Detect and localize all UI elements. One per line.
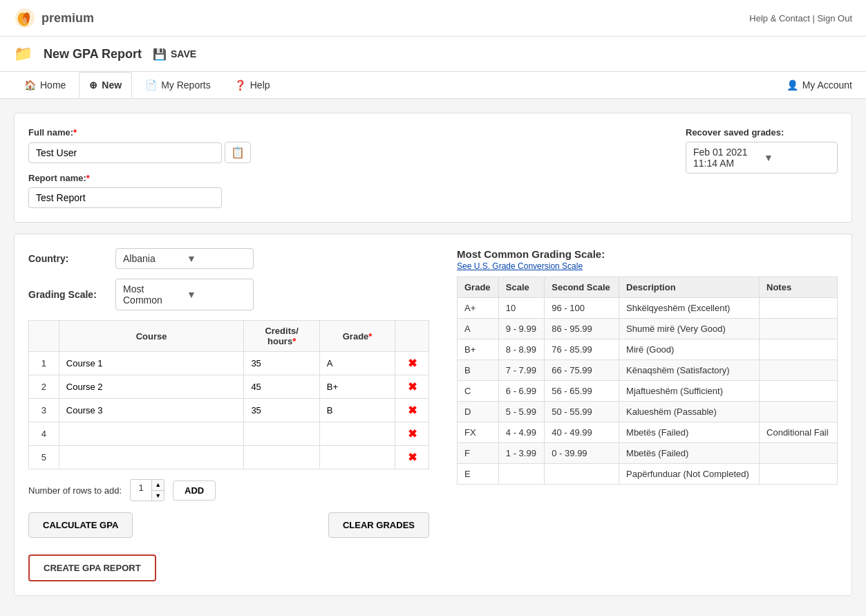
scale-scale: 1 - 3.99: [498, 443, 544, 464]
nav-item-new[interactable]: ⊕ New: [79, 72, 132, 98]
recover-group: Recover saved grades: Feb 01 2021 11:14 …: [686, 127, 838, 174]
full-name-group: Full name:* 📋: [28, 127, 251, 163]
scale-grade: E: [458, 464, 499, 485]
row-credits[interactable]: [244, 446, 319, 469]
logo-text: premium: [41, 11, 94, 26]
scale-second-scale: 0 - 39.99: [545, 443, 619, 464]
scale-grade: B+: [458, 339, 499, 360]
scale-scale: 7 - 7.99: [498, 360, 544, 381]
grading-scale-select[interactable]: Most Common ▼: [115, 279, 254, 310]
stepper-down[interactable]: ▼: [152, 491, 164, 501]
row-remove[interactable]: ✖: [395, 446, 429, 469]
scale-row: C 6 - 6.99 56 - 65.99 Mjaftueshëm (Suffi…: [458, 381, 838, 402]
row-course[interactable]: [59, 375, 244, 399]
scale-second-scale: 40 - 49.99: [545, 422, 619, 443]
remove-row-button[interactable]: ✖: [408, 380, 417, 393]
scale-scale: [498, 464, 544, 485]
scale-scale: 8 - 8.99: [498, 339, 544, 360]
row-grade[interactable]: [319, 352, 395, 375]
recover-dropdown-arrow: ▼: [764, 152, 830, 163]
row-grade[interactable]: [319, 399, 395, 422]
country-select[interactable]: Albania ▼: [115, 248, 254, 269]
row-remove[interactable]: ✖: [395, 352, 429, 375]
add-rows-button[interactable]: ADD: [173, 480, 216, 501]
scale-subtitle[interactable]: See U.S. Grade Conversion Scale: [457, 261, 838, 271]
row-grade[interactable]: [319, 446, 395, 469]
scale-grade: FX: [458, 422, 499, 443]
nav-item-help[interactable]: ❓ Help: [224, 72, 281, 98]
row-credits[interactable]: [244, 352, 319, 375]
logo: premium: [14, 7, 94, 29]
scale-description: Kalueshëm (Passable): [619, 402, 760, 422]
scale-second-scale: 86 - 95.99: [545, 319, 619, 339]
stepper-value: 1: [131, 480, 151, 501]
row-course[interactable]: [59, 422, 244, 446]
calculate-gpa-button[interactable]: CALCULATE GPA: [28, 512, 133, 538]
create-gpa-report-button[interactable]: CREATE GPA REPORT: [28, 554, 156, 581]
scale-row: B 7 - 7.99 66 - 75.99 Kënaqshëm (Satisfa…: [458, 360, 838, 381]
scale-row: E Papërfunduar (Not Completed): [458, 464, 838, 485]
scale-description: Mjaftueshëm (Sufficient): [619, 381, 760, 402]
settings-card: Country: Albania ▼ Grading Scale: Most C…: [14, 234, 852, 596]
remove-row-button[interactable]: ✖: [408, 357, 417, 370]
row-course[interactable]: [59, 352, 244, 375]
scale-description: Mbetës (Failed): [619, 443, 760, 464]
scale-grade: A: [458, 319, 499, 339]
full-name-icon-btn[interactable]: 📋: [225, 142, 251, 163]
action-row: CALCULATE GPA CLEAR GRADES: [28, 512, 429, 538]
nav-item-home[interactable]: 🏠 Home: [14, 72, 76, 98]
nav-help-label: Help: [250, 80, 270, 91]
scale-second-scale: 96 - 100: [545, 298, 619, 319]
full-name-input[interactable]: [28, 142, 222, 163]
clear-grades-button[interactable]: CLEAR GRADES: [328, 512, 429, 538]
scale-second-scale: 66 - 75.99: [545, 360, 619, 381]
top-links: Help & Contact | Sign Out: [749, 13, 852, 24]
grading-scale-label: Grading Scale:: [28, 289, 104, 300]
grading-scale-arrow: ▼: [187, 289, 246, 300]
grading-scale-reference: Most Common Grading Scale: See U.S. Grad…: [457, 248, 838, 485]
row-add-section: Number of rows to add: 1 ▲ ▼ ADD: [28, 479, 429, 501]
recover-select[interactable]: Feb 01 2021 11:14 AM ▼: [686, 142, 838, 174]
row-credits[interactable]: [244, 422, 319, 446]
row-credits[interactable]: [244, 375, 319, 399]
nav-home-label: Home: [40, 80, 66, 91]
row-grade[interactable]: [319, 375, 395, 399]
row-grade[interactable]: [319, 422, 395, 446]
scale-description: Shkëlqyeshëm (Excellent): [619, 298, 760, 319]
scale-scale: 10: [498, 298, 544, 319]
row-num: 3: [29, 399, 59, 422]
row-stepper[interactable]: 1 ▲ ▼: [130, 479, 164, 501]
row-remove[interactable]: ✖: [395, 399, 429, 422]
signout-link[interactable]: Sign Out: [817, 13, 852, 24]
scale-description: Mirë (Good): [619, 339, 760, 360]
row-adder-label: Number of rows to add:: [28, 485, 122, 496]
stepper-up[interactable]: ▲: [152, 480, 164, 491]
nav-item-my-reports[interactable]: 📄 My Reports: [135, 72, 221, 98]
row-num: 1: [29, 352, 59, 375]
save-button[interactable]: 💾 SAVE: [153, 48, 196, 61]
scale-description: Kënaqshëm (Satisfactory): [619, 360, 760, 381]
remove-row-button[interactable]: ✖: [408, 427, 417, 440]
row-course[interactable]: [59, 446, 244, 469]
scale-second-scale: 76 - 85.99: [545, 339, 619, 360]
row-course[interactable]: [59, 399, 244, 422]
report-name-group: Report name:*: [28, 173, 251, 208]
scale-grade: A+: [458, 298, 499, 319]
help-contact-link[interactable]: Help & Contact: [749, 13, 809, 24]
scale-second-scale: 56 - 65.99: [545, 381, 619, 402]
scale-second-scale: [545, 464, 619, 485]
remove-row-button[interactable]: ✖: [408, 451, 417, 464]
row-remove[interactable]: ✖: [395, 375, 429, 399]
row-remove[interactable]: ✖: [395, 422, 429, 446]
remove-row-button[interactable]: ✖: [408, 404, 417, 417]
report-name-input[interactable]: [28, 187, 222, 208]
table-row: 2 ✖: [29, 375, 429, 399]
scale-scale: 4 - 4.99: [498, 422, 544, 443]
nav-right[interactable]: 👤 My Account: [787, 80, 852, 91]
help-icon: ❓: [234, 80, 246, 91]
scale-notes: [760, 381, 838, 402]
scale-col-header: Description: [619, 277, 760, 298]
scale-row: F 1 - 3.99 0 - 39.99 Mbetës (Failed): [458, 443, 838, 464]
stepper-arrows: ▲ ▼: [151, 480, 164, 501]
row-credits[interactable]: [244, 399, 319, 422]
